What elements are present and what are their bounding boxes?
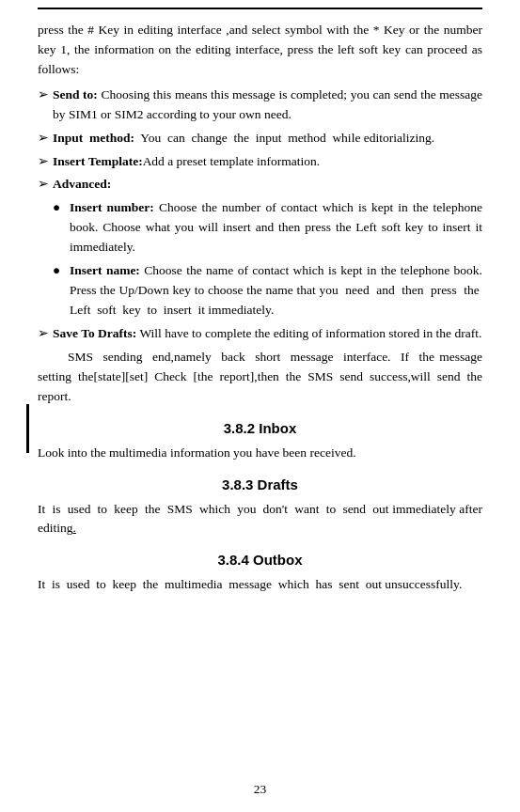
label-save-to-drafts: Save To Drafts: [53,326,136,340]
section-heading-drafts: 3.8.3 Drafts [38,476,482,492]
bullet-list: ● Insert number: Choose the number of co… [53,198,482,320]
content-send-to: Send to: Choosing this means this messag… [53,86,482,125]
section-para-inbox: Look into the multimedia information you… [38,444,482,463]
label-insert-name: Insert name: [70,263,140,277]
bullet-item-insert-name: ● Insert name: Choose the name of contac… [53,261,482,320]
arrow-input-method: ➢ [38,129,53,148]
list-item-send-to: ➢ Send to: Choosing this means this mess… [38,86,482,125]
label-input-method: Input method: [53,131,134,145]
list-item-insert-template: ➢ Insert Template:Add a preset template … [38,152,482,172]
arrow-advanced: ➢ [38,175,53,195]
content-input-method: Input method: You can change the input m… [53,129,482,148]
content-insert-template: Insert Template:Add a preset template in… [53,152,482,172]
content-advanced: Advanced: [53,175,482,195]
left-bar [26,404,29,453]
list-item-input-method: ➢ Input method: You can change the input… [38,129,482,148]
label-send-to: Send to: [53,87,98,102]
intro-text: press the # Key in editing interface ,an… [38,21,482,80]
underline-period: . [73,521,76,535]
bullet-content-insert-name: Insert name: Choose the name of contact … [70,261,482,320]
arrow-save-to-drafts: ➢ [38,324,53,344]
section-heading-outbox: 3.8.4 Outbox [38,552,482,568]
top-border [38,8,482,9]
list-item-save-to-drafts: ➢ Save To Drafts: Will have to complete … [38,324,482,344]
arrow-insert-template: ➢ [38,152,53,172]
bullet-content-insert-number: Insert number: Choose the number of cont… [70,198,482,258]
section-para-drafts: It is used to keep the SMS which you don… [38,500,482,539]
label-insert-template: Insert Template: [53,154,143,168]
section-heading-inbox: 3.8.2 Inbox [38,420,482,436]
bullet-dot-insert-number: ● [53,198,70,258]
content-save-to-drafts: Save To Drafts: Will have to complete th… [53,324,482,344]
section-para-outbox: It is used to keep the multimedia messag… [38,575,482,595]
bullet-item-insert-number: ● Insert number: Choose the number of co… [53,198,482,258]
arrow-send-to: ➢ [38,86,53,125]
page-number: 23 [0,782,520,797]
list-item-advanced: ➢ Advanced: [38,175,482,195]
page-container: press the # Key in editing interface ,an… [0,0,520,812]
sms-sending-text: SMS sending end,namely back short messag… [38,348,482,407]
label-advanced: Advanced: [53,177,111,191]
bullet-dot-insert-name: ● [53,261,70,320]
label-insert-number: Insert number: [70,200,154,214]
